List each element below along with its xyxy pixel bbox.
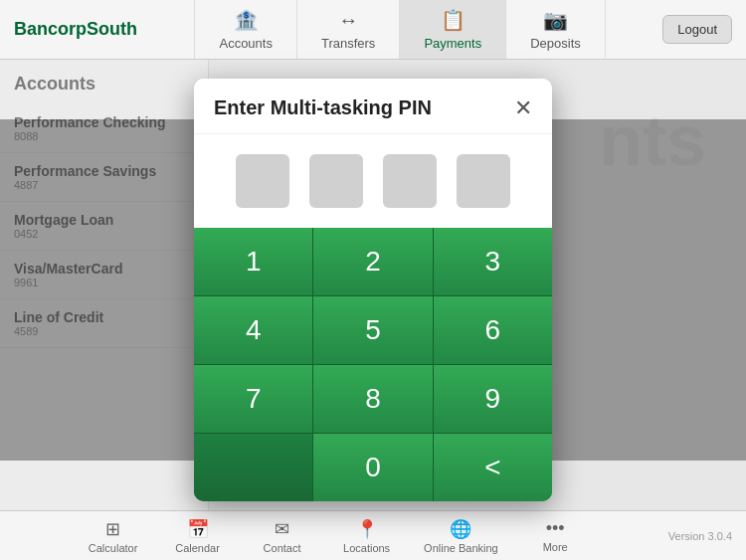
key-2[interactable]: 2 — [313, 228, 432, 295]
transfers-icon: ↔ — [338, 9, 358, 32]
sidebar-title: Accounts — [0, 70, 208, 104]
key-7[interactable]: 7 — [194, 365, 312, 433]
bottom-tab-label-calendar: Calendar — [175, 542, 220, 554]
bottom-tab-online-banking[interactable]: 🌐 Online Banking — [424, 518, 498, 554]
nav-tab-deposits[interactable]: 📷 Deposits — [506, 0, 606, 59]
deposits-icon: 📷 — [543, 8, 568, 32]
calendar-bottom-icon: 📅 — [187, 518, 209, 540]
key-0[interactable]: 0 — [313, 434, 432, 501]
pin-slot-3 — [383, 154, 437, 208]
logo-text: BancorpSouth — [14, 19, 137, 40]
modal-header: Enter Multi-tasking PIN ✕ — [194, 79, 552, 134]
bottom-tab-label-contact: Contact — [264, 542, 301, 554]
calculator-bottom-icon: ⊞ — [105, 518, 120, 540]
pin-slot-4 — [457, 154, 510, 208]
key-9[interactable]: 9 — [434, 365, 552, 433]
key-backspace[interactable]: < — [434, 434, 552, 501]
top-navigation: BancorpSouth 🏦 Accounts ↔ Transfers 📋 Pa… — [0, 0, 746, 60]
contact-bottom-icon: ✉ — [275, 518, 289, 540]
nav-tab-label-accounts: Accounts — [219, 36, 272, 51]
nav-tab-label-payments: Payments — [424, 36, 481, 51]
logout-button[interactable]: Logout — [662, 15, 732, 44]
key-empty — [194, 434, 312, 501]
nav-tab-label-deposits: Deposits — [530, 36, 581, 51]
online-banking-bottom-icon: 🌐 — [450, 518, 471, 540]
key-1[interactable]: 1 — [194, 228, 312, 295]
key-3[interactable]: 3 — [434, 228, 552, 295]
bottom-tab-label-online-banking: Online Banking — [424, 542, 498, 554]
pin-modal: Enter Multi-tasking PIN ✕ 1234567890< — [194, 79, 552, 501]
pin-dots-area — [194, 134, 552, 228]
overlay: Enter Multi-tasking PIN ✕ 1234567890< — [0, 119, 746, 461]
nav-tab-label-transfers: Transfers — [321, 36, 375, 51]
logout-area: Logout — [649, 0, 746, 59]
modal-close-button[interactable]: ✕ — [514, 97, 532, 119]
bottom-tab-calendar[interactable]: 📅 Calendar — [170, 518, 225, 554]
logo: BancorpSouth — [0, 0, 151, 59]
bottom-tab-label-more: More — [543, 541, 568, 553]
bottom-tab-more[interactable]: ••• More — [528, 518, 583, 554]
accounts-icon: 🏦 — [234, 8, 259, 32]
bottom-tab-label-locations: Locations — [343, 542, 390, 554]
bottom-tab-locations[interactable]: 📍 Locations — [339, 518, 394, 554]
bottom-tab-contact[interactable]: ✉ Contact — [255, 518, 309, 554]
payments-icon: 📋 — [441, 8, 466, 32]
pin-slot-2 — [309, 154, 363, 208]
key-5[interactable]: 5 — [313, 296, 432, 364]
main-area: Accounts Performance Checking 8088 Perfo… — [0, 60, 746, 510]
key-8[interactable]: 8 — [313, 365, 432, 433]
nav-tab-payments[interactable]: 📋 Payments — [400, 0, 506, 59]
locations-bottom-icon: 📍 — [356, 518, 378, 540]
keypad: 1234567890< — [194, 228, 552, 501]
pin-slot-1 — [236, 154, 289, 208]
nav-tab-accounts[interactable]: 🏦 Accounts — [194, 0, 296, 59]
nav-tabs: 🏦 Accounts ↔ Transfers 📋 Payments 📷 Depo… — [151, 0, 649, 59]
key-4[interactable]: 4 — [194, 296, 312, 364]
modal-title: Enter Multi-tasking PIN — [214, 96, 432, 119]
bottom-tab-calculator[interactable]: ⊞ Calculator — [86, 518, 140, 554]
key-6[interactable]: 6 — [434, 296, 552, 364]
bottom-navigation: ⊞ Calculator 📅 Calendar ✉ Contact 📍 Loca… — [0, 510, 746, 560]
version-text: Version 3.0.4 — [668, 530, 746, 542]
bottom-tabs: ⊞ Calculator 📅 Calendar ✉ Contact 📍 Loca… — [0, 518, 668, 554]
nav-tab-transfers[interactable]: ↔ Transfers — [297, 0, 400, 59]
more-bottom-icon: ••• — [546, 518, 565, 539]
bottom-tab-label-calculator: Calculator — [89, 542, 138, 554]
